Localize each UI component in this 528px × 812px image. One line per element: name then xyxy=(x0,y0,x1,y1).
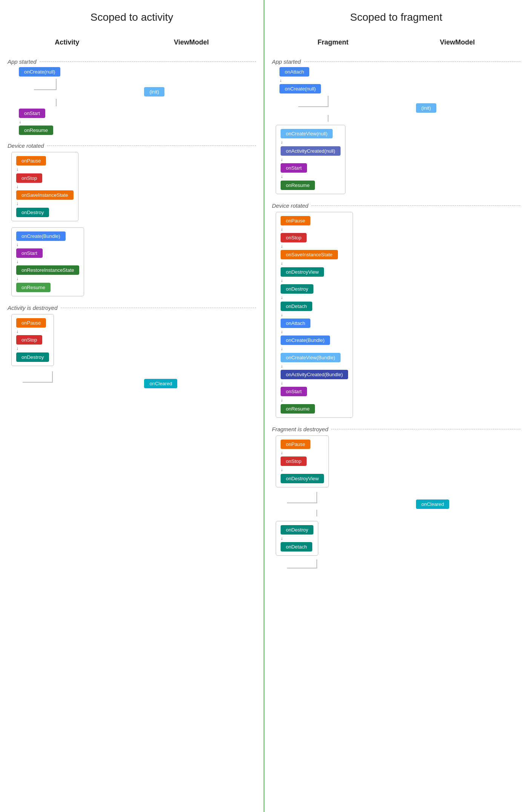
right-destroy-group1: onPause ↓ onStop ↓ onDestroyView xyxy=(276,435,329,487)
right-destroy-group2: onDestroy ↓ onDetach xyxy=(276,521,318,556)
method-oncreateview-bundle: onCreateView(Bundle) xyxy=(281,353,341,362)
left-destroyed-line xyxy=(61,308,256,308)
method-ondetach-r1: onDetach xyxy=(281,302,312,311)
method-onresume-1: onResume xyxy=(19,126,53,135)
method-onrestoreinstancestate: onRestoreInstanceState xyxy=(16,265,79,275)
method-oncreateview-null: onCreateView(null) xyxy=(281,129,333,138)
right-device-rotated-line xyxy=(312,205,520,206)
right-col2-label: ViewModel xyxy=(440,38,475,46)
left-col1-label: Activity xyxy=(55,38,79,46)
left-rotate-group1: onPause ↓ onStop ↓ onSaveInstanceState ↓… xyxy=(11,152,78,221)
method-oncreate-bundle-r: onCreate(Bundle) xyxy=(281,336,330,345)
method-onresume-r2: onResume xyxy=(281,404,315,414)
right-app-started-header: App started xyxy=(272,58,520,65)
method-ondestroy-r1: onDestroy xyxy=(281,284,313,294)
method-ondestroy-1: onDestroy xyxy=(16,208,49,217)
left-destroy-group: onPause ↓ onStop ↓ onDestroy xyxy=(11,314,54,366)
right-destroyed-header: Fragment is destroyed xyxy=(272,426,520,432)
left-app-started-line xyxy=(40,61,256,62)
method-onresume-2: onResume xyxy=(16,283,51,292)
method-onattach-r2: onAttach xyxy=(281,319,310,328)
method-onstop-r1: onStop xyxy=(281,233,307,242)
method-init-right: (init) xyxy=(416,103,436,113)
method-oncreate-null-r: onCreate(null) xyxy=(279,84,321,93)
method-onsaveinstancestate-r: onSaveInstanceState xyxy=(281,250,338,259)
left-device-rotated-line xyxy=(47,146,256,146)
method-oncreate-bundle: onCreate(Bundle) xyxy=(16,231,66,241)
method-oncleared-right: onCleared xyxy=(416,499,449,509)
right-col1-label: Fragment xyxy=(318,38,348,46)
left-device-rotated-header: Device rotated xyxy=(8,142,256,149)
arrow1: ↓ xyxy=(19,119,21,124)
method-onstop-2: onStop xyxy=(16,335,42,345)
method-onstop-r2: onStop xyxy=(281,457,307,466)
right-device-rotated-header: Device rotated xyxy=(272,202,520,209)
method-onsaveinstancestate-1: onSaveInstanceState xyxy=(16,190,74,200)
right-rotate-group: onPause ↓ onStop ↓ onSaveInstanceState ↓… xyxy=(276,212,353,418)
method-oncleared-left: onCleared xyxy=(144,379,177,388)
right-device-rotated-label: Device rotated xyxy=(272,202,309,209)
left-panel: Scoped to activity Activity ViewModel Ap… xyxy=(0,0,264,812)
left-app-started-header: App started xyxy=(8,58,256,65)
method-onresume-r1: onResume xyxy=(281,181,315,190)
left-rotate-group2: onCreate(Bundle) ↓ onStart ↓ onRestoreIn… xyxy=(11,227,84,296)
method-ondetach-r2: onDetach xyxy=(281,542,312,552)
method-onactivitycreated-bundle: onActivityCreated(Bundle) xyxy=(281,370,348,379)
main-container: Scoped to activity Activity ViewModel Ap… xyxy=(0,0,528,812)
method-onattach-1: onAttach xyxy=(279,67,309,77)
method-onpause-r2: onPause xyxy=(281,440,310,449)
right-destroyed-label: Fragment is destroyed xyxy=(272,426,328,432)
method-ondestroy-2: onDestroy xyxy=(16,352,49,362)
method-onstart-r1: onStart xyxy=(281,163,307,173)
left-col2-label: ViewModel xyxy=(174,38,209,46)
left-app-started-label: App started xyxy=(8,58,37,65)
method-ondestroyview-r2: onDestroyView xyxy=(281,474,324,483)
right-app-started-label: App started xyxy=(272,58,301,65)
method-onactivitycreated-null: onActivityCreated(null) xyxy=(281,146,341,156)
method-oncreate-null: onCreate(null) xyxy=(19,67,60,77)
method-onpause-r1: onPause xyxy=(281,216,310,225)
left-destroyed-header: Activity is destroyed xyxy=(8,305,256,311)
method-onstop-1: onStop xyxy=(16,173,42,183)
method-onpause-2: onPause xyxy=(16,318,46,328)
method-onstart-1: onStart xyxy=(19,109,45,118)
left-device-rotated-label: Device rotated xyxy=(8,142,44,149)
right-app-started-group: onCreateView(null) ↓ onActivityCreated(n… xyxy=(276,125,345,194)
method-onpause-1: onPause xyxy=(16,156,46,165)
left-destroyed-label: Activity is destroyed xyxy=(8,305,58,311)
left-panel-title: Scoped to activity xyxy=(91,11,173,23)
right-destroyed-line xyxy=(331,429,520,429)
right-app-started-line xyxy=(304,61,520,62)
method-onstart-r2: onStart xyxy=(281,387,307,396)
method-onstart-2: onStart xyxy=(16,248,43,258)
right-panel: Scoped to fragment Fragment ViewModel Ap… xyxy=(264,0,528,812)
right-panel-title: Scoped to fragment xyxy=(350,11,442,23)
method-ondestroyview-r1: onDestroyView xyxy=(281,267,324,277)
method-ondestroy-r2: onDestroy xyxy=(281,525,313,535)
method-init-left: (init) xyxy=(144,87,164,97)
